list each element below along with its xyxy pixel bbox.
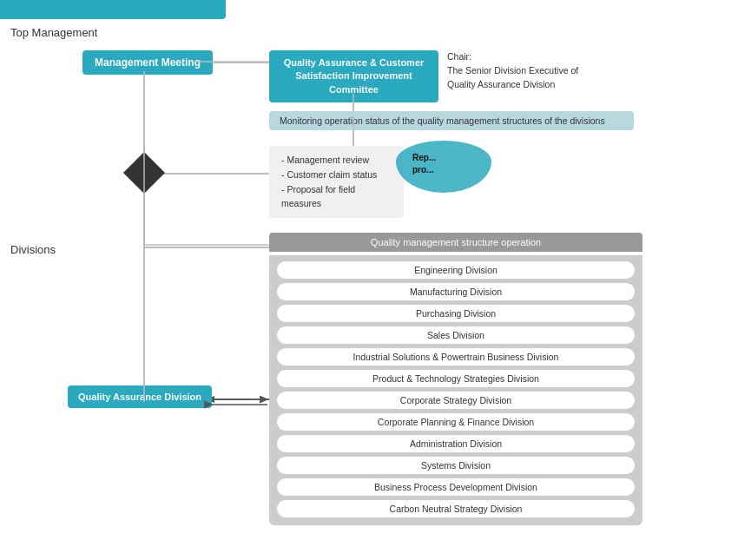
chair-title-line1: The Senior Division Executive of	[447, 64, 578, 78]
blob-text-line1: Rep...	[412, 152, 436, 164]
report-item-3: - Proposal for field measures	[281, 182, 392, 212]
report-items-box: - Management review - Customer claim sta…	[269, 146, 404, 218]
chair-label: Chair:	[447, 50, 578, 64]
list-item: Manufacturing Division	[276, 282, 636, 301]
list-item: Administration Division	[276, 434, 636, 453]
qm-structure-header: Quality management structure operation	[269, 233, 642, 252]
divisions-label: Divisions	[10, 243, 56, 256]
top-banner	[0, 0, 226, 19]
list-item: Industrial Solutions & Powertrain Busine…	[276, 347, 636, 366]
report-item-2: - Customer claim status	[281, 168, 392, 182]
qa-division-box: Quality Assurance Division	[68, 385, 212, 408]
blob-obscured-text: Rep... pro...	[412, 152, 436, 176]
teal-blob	[396, 141, 491, 193]
list-item: Corporate Planning & Finance Division	[276, 412, 636, 432]
list-item: Business Process Development Division	[276, 478, 636, 497]
monitoring-box: Monitoring operation status of the quali…	[269, 111, 634, 130]
list-item: Sales Division	[276, 326, 636, 345]
list-item: Engineering Division	[276, 260, 636, 280]
list-item: Product & Technology Strategies Division	[276, 369, 636, 388]
list-item: Purchasing Division	[276, 304, 636, 323]
qa-committee-line1: Quality Assurance & Customer	[284, 57, 425, 68]
list-item: Carbon Neutral Strategy Division	[276, 499, 636, 518]
top-management-label: Top Management	[10, 26, 97, 39]
divisions-list-container: Engineering Division Manufacturing Divis…	[269, 255, 642, 525]
qa-committee-box: Quality Assurance & Customer Satisfactio…	[269, 50, 438, 102]
list-item: Corporate Strategy Division	[276, 391, 636, 410]
chair-text: Chair: The Senior Division Executive of …	[447, 50, 578, 91]
report-item-1: - Management review	[281, 153, 392, 168]
blob-text-line2: pro...	[412, 164, 436, 176]
chair-title-line2: Quality Assurance Division	[447, 78, 578, 92]
management-meeting-box: Management Meeting	[82, 50, 213, 75]
list-item: Systems Division	[276, 456, 636, 475]
qa-committee-line2: Satisfaction Improvement Committee	[295, 70, 412, 94]
diamond-shape	[123, 152, 165, 194]
